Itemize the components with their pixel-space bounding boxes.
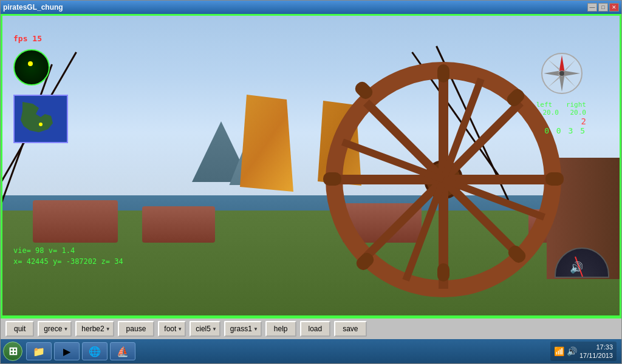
svg-rect-15: [437, 64, 449, 83]
volume-icon: 🔊: [567, 346, 577, 356]
ciel5-dropdown[interactable]: ciel5 ▼: [190, 321, 220, 337]
grass1-arrow-icon: ▼: [253, 326, 258, 332]
hud-stats: left right 20.0 20.0 2 0 0 3 5: [536, 101, 586, 135]
game-viewport[interactable]: fps 15 vie= 98 v= 1.4 x= 42445 y= -38720…: [1, 14, 621, 317]
start-button[interactable]: ⊞: [3, 342, 22, 361]
hud-number: 2: [536, 116, 586, 126]
left-label: left: [536, 101, 553, 109]
clock-date: 17/11/2013: [579, 351, 613, 360]
grece-label: grece: [44, 325, 62, 333]
grass1-label: grass1: [230, 325, 252, 333]
debug-line2: x= 42445 y= -387202 z= 34: [13, 256, 123, 267]
windows-logo: ⊞: [9, 345, 18, 358]
foot-dropdown[interactable]: foot ▼: [158, 321, 186, 337]
pause-button[interactable]: pause: [118, 321, 155, 337]
fps-counter: fps 15: [13, 34, 42, 43]
taskbar-item-game[interactable]: ⛵: [110, 342, 135, 360]
svg-point-32: [559, 71, 564, 76]
media-player-icon: ▶: [60, 344, 74, 359]
herbe2-dropdown[interactable]: herbe2 ▼: [75, 321, 114, 337]
cannon-2: [142, 206, 215, 243]
minimap-svg: [18, 99, 60, 135]
svg-rect-17: [545, 172, 564, 186]
compass-rose: [541, 52, 583, 95]
system-tray: 📶 🔊 17:33 17/11/2013: [550, 342, 617, 361]
sound-icon: 🔊: [570, 261, 583, 274]
clock: 17:33 17/11/2013: [579, 343, 613, 360]
close-button[interactable]: ✕: [609, 3, 619, 12]
load-button[interactable]: load: [300, 321, 331, 337]
herbe2-arrow-icon: ▼: [106, 326, 111, 332]
right-label: right: [566, 101, 586, 109]
minimap: [13, 95, 68, 143]
minimize-button[interactable]: —: [587, 3, 597, 12]
save-button[interactable]: save: [334, 321, 366, 337]
grece-dropdown[interactable]: grece ▼: [38, 321, 72, 337]
quit-button[interactable]: quit: [5, 321, 34, 337]
network-icon: 📶: [554, 346, 564, 356]
taskbar-item-file-explorer[interactable]: 📁: [26, 342, 52, 360]
file-explorer-icon: 📁: [32, 344, 46, 359]
toolbar: quit grece ▼ herbe2 ▼ pause foot ▼ ciel5…: [1, 317, 621, 339]
foot-arrow-icon: ▼: [177, 326, 182, 332]
svg-rect-16: [437, 263, 449, 281]
svg-point-35: [39, 123, 43, 126]
grass1-dropdown[interactable]: grass1 ▼: [224, 321, 262, 337]
maximize-button[interactable]: □: [598, 3, 608, 12]
right-value: 20.0: [570, 109, 587, 116]
debug-line1: vie= 98 v= 1.4: [13, 245, 123, 256]
taskbar-item-media[interactable]: ▶: [54, 342, 80, 360]
clock-time: 17:33: [579, 343, 613, 351]
foot-label: foot: [164, 325, 176, 333]
debug-info: vie= 98 v= 1.4 x= 42445 y= -387202 z= 34: [13, 245, 123, 267]
ciel5-arrow-icon: ▼: [212, 326, 217, 332]
help-button[interactable]: help: [265, 321, 296, 337]
window-controls: — □ ✕: [587, 3, 619, 12]
title-bar: piratesGL_chung — □ ✕: [1, 1, 621, 14]
radar-display: [13, 49, 50, 86]
firefox-icon: 🌐: [87, 344, 102, 359]
game-icon: ⛵: [115, 344, 130, 359]
taskbar-right: 📶 🔊 17:33 17/11/2013: [550, 342, 619, 361]
ciel5-label: ciel5: [196, 325, 211, 333]
hud-labels-row: left right: [536, 101, 586, 109]
taskbar-item-firefox[interactable]: 🌐: [82, 342, 108, 360]
hud-score: 0 0 3 5: [536, 126, 586, 135]
app-window: piratesGL_chung — □ ✕: [0, 0, 622, 364]
left-value: 20.0: [542, 109, 559, 116]
ship-wheel: [316, 34, 571, 313]
radar-blip: [28, 61, 33, 66]
window-title: piratesGL_chung: [3, 3, 63, 12]
cannon-1: [33, 200, 118, 243]
herbe2-label: herbe2: [81, 325, 104, 333]
taskbar: ⊞ 📁 ▶ 🌐 ⛵ 📶 🔊 17:33 17/11/2013: [1, 339, 621, 363]
svg-rect-18: [323, 172, 341, 186]
grece-arrow-icon: ▼: [63, 326, 68, 332]
hud-values-row: 20.0 20.0: [536, 109, 586, 116]
